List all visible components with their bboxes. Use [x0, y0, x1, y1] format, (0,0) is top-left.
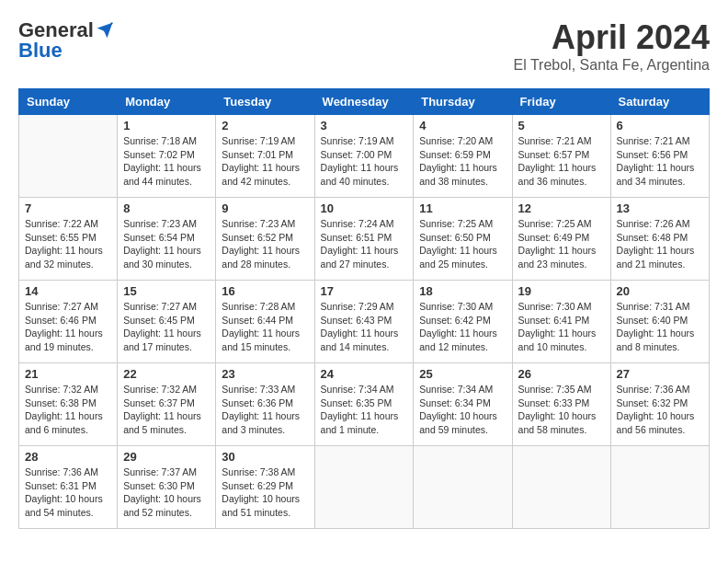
- calendar-cell: 10Sunrise: 7:24 AM Sunset: 6:51 PM Dayli…: [314, 198, 414, 281]
- day-info: Sunrise: 7:27 AM Sunset: 6:45 PM Dayligh…: [123, 300, 210, 354]
- calendar-cell: 13Sunrise: 7:26 AM Sunset: 6:48 PM Dayli…: [610, 198, 709, 281]
- day-number: 22: [123, 367, 210, 381]
- calendar-cell: 23Sunrise: 7:33 AM Sunset: 6:36 PM Dayli…: [216, 363, 314, 446]
- calendar-cell: 7Sunrise: 7:22 AM Sunset: 6:55 PM Daylig…: [19, 198, 118, 281]
- calendar-cell: 15Sunrise: 7:27 AM Sunset: 6:45 PM Dayli…: [118, 281, 216, 363]
- day-number: 26: [518, 367, 605, 381]
- location-text: El Trebol, Santa Fe, Argentina: [514, 57, 710, 74]
- calendar-cell: [512, 446, 610, 529]
- day-info: Sunrise: 7:27 AM Sunset: 6:46 PM Dayligh…: [25, 300, 111, 354]
- day-info: Sunrise: 7:19 AM Sunset: 7:01 PM Dayligh…: [222, 134, 308, 189]
- day-number: 6: [617, 119, 703, 132]
- day-number: 4: [419, 119, 506, 132]
- day-number: 9: [222, 201, 308, 215]
- day-info: Sunrise: 7:23 AM Sunset: 6:52 PM Dayligh…: [222, 217, 308, 271]
- day-info: Sunrise: 7:37 AM Sunset: 6:30 PM Dayligh…: [123, 465, 210, 520]
- calendar-cell: 11Sunrise: 7:25 AM Sunset: 6:50 PM Dayli…: [414, 198, 512, 281]
- calendar-cell: 22Sunrise: 7:32 AM Sunset: 6:37 PM Dayli…: [118, 363, 216, 446]
- day-info: Sunrise: 7:20 AM Sunset: 6:59 PM Dayligh…: [419, 134, 506, 189]
- calendar-cell: 9Sunrise: 7:23 AM Sunset: 6:52 PM Daylig…: [216, 198, 314, 281]
- calendar-cell: 3Sunrise: 7:19 AM Sunset: 7:00 PM Daylig…: [314, 115, 414, 198]
- calendar-header-saturday: Saturday: [610, 89, 709, 115]
- day-info: Sunrise: 7:32 AM Sunset: 6:37 PM Dayligh…: [123, 383, 210, 437]
- calendar-cell: 2Sunrise: 7:19 AM Sunset: 7:01 PM Daylig…: [216, 115, 314, 198]
- calendar-cell: 24Sunrise: 7:34 AM Sunset: 6:35 PM Dayli…: [314, 363, 414, 446]
- calendar-cell: 17Sunrise: 7:29 AM Sunset: 6:43 PM Dayli…: [314, 281, 414, 363]
- day-info: Sunrise: 7:21 AM Sunset: 6:57 PM Dayligh…: [518, 134, 605, 189]
- day-info: Sunrise: 7:30 AM Sunset: 6:42 PM Dayligh…: [419, 300, 506, 354]
- day-info: Sunrise: 7:18 AM Sunset: 7:02 PM Dayligh…: [123, 134, 210, 189]
- calendar-header-row: SundayMondayTuesdayWednesdayThursdayFrid…: [19, 89, 710, 115]
- day-info: Sunrise: 7:36 AM Sunset: 6:32 PM Dayligh…: [617, 383, 703, 437]
- calendar-cell: 19Sunrise: 7:30 AM Sunset: 6:41 PM Dayli…: [512, 281, 610, 363]
- day-info: Sunrise: 7:30 AM Sunset: 6:41 PM Dayligh…: [518, 300, 605, 354]
- day-number: 23: [222, 367, 308, 381]
- calendar-cell: 6Sunrise: 7:21 AM Sunset: 6:56 PM Daylig…: [610, 115, 709, 198]
- calendar-cell: 30Sunrise: 7:38 AM Sunset: 6:29 PM Dayli…: [216, 446, 314, 529]
- day-number: 30: [222, 450, 308, 464]
- calendar-header-tuesday: Tuesday: [216, 89, 314, 115]
- calendar-cell: 21Sunrise: 7:32 AM Sunset: 6:38 PM Dayli…: [19, 363, 118, 446]
- day-number: 3: [321, 119, 408, 132]
- calendar-cell: 1Sunrise: 7:18 AM Sunset: 7:02 PM Daylig…: [118, 115, 216, 198]
- calendar-cell: 4Sunrise: 7:20 AM Sunset: 6:59 PM Daylig…: [414, 115, 512, 198]
- calendar-cell: 18Sunrise: 7:30 AM Sunset: 6:42 PM Dayli…: [414, 281, 512, 363]
- logo: General Blue: [18, 18, 114, 63]
- calendar-header-wednesday: Wednesday: [314, 89, 414, 115]
- logo-bird-icon: [96, 21, 114, 40]
- day-number: 27: [617, 367, 703, 381]
- day-info: Sunrise: 7:29 AM Sunset: 6:43 PM Dayligh…: [321, 300, 408, 354]
- day-info: Sunrise: 7:38 AM Sunset: 6:29 PM Dayligh…: [222, 465, 308, 520]
- day-number: 29: [123, 450, 210, 464]
- calendar-cell: [314, 446, 414, 529]
- calendar-cell: [19, 115, 118, 198]
- day-info: Sunrise: 7:36 AM Sunset: 6:31 PM Dayligh…: [25, 465, 111, 520]
- day-info: Sunrise: 7:34 AM Sunset: 6:34 PM Dayligh…: [419, 383, 506, 437]
- calendar-header-sunday: Sunday: [19, 89, 118, 115]
- calendar-cell: 29Sunrise: 7:37 AM Sunset: 6:30 PM Dayli…: [118, 446, 216, 529]
- month-title: April 2024: [514, 18, 710, 57]
- calendar-cell: 16Sunrise: 7:28 AM Sunset: 6:44 PM Dayli…: [216, 281, 314, 363]
- day-info: Sunrise: 7:34 AM Sunset: 6:35 PM Dayligh…: [321, 383, 408, 437]
- day-number: 21: [25, 367, 111, 381]
- calendar-cell: 5Sunrise: 7:21 AM Sunset: 6:57 PM Daylig…: [512, 115, 610, 198]
- day-number: 13: [617, 201, 703, 215]
- day-info: Sunrise: 7:25 AM Sunset: 6:49 PM Dayligh…: [518, 217, 605, 271]
- day-number: 8: [123, 201, 210, 215]
- calendar-header-friday: Friday: [512, 89, 610, 115]
- day-number: 15: [123, 284, 210, 298]
- calendar-header-monday: Monday: [118, 89, 216, 115]
- calendar-week-row: 7Sunrise: 7:22 AM Sunset: 6:55 PM Daylig…: [19, 198, 710, 281]
- day-info: Sunrise: 7:25 AM Sunset: 6:50 PM Dayligh…: [419, 217, 506, 271]
- day-number: 25: [419, 367, 506, 381]
- day-number: 11: [419, 201, 506, 215]
- day-info: Sunrise: 7:21 AM Sunset: 6:56 PM Dayligh…: [617, 134, 703, 189]
- calendar-cell: [414, 446, 512, 529]
- day-number: 7: [25, 201, 111, 215]
- title-block: April 2024 El Trebol, Santa Fe, Argentin…: [514, 18, 710, 74]
- calendar-cell: 12Sunrise: 7:25 AM Sunset: 6:49 PM Dayli…: [512, 198, 610, 281]
- calendar-cell: 14Sunrise: 7:27 AM Sunset: 6:46 PM Dayli…: [19, 281, 118, 363]
- day-info: Sunrise: 7:22 AM Sunset: 6:55 PM Dayligh…: [25, 217, 111, 271]
- calendar-cell: 27Sunrise: 7:36 AM Sunset: 6:32 PM Dayli…: [610, 363, 709, 446]
- day-number: 16: [222, 284, 308, 298]
- day-info: Sunrise: 7:31 AM Sunset: 6:40 PM Dayligh…: [617, 300, 703, 354]
- calendar-week-row: 21Sunrise: 7:32 AM Sunset: 6:38 PM Dayli…: [19, 363, 710, 446]
- calendar-cell: [610, 446, 709, 529]
- calendar-week-row: 28Sunrise: 7:36 AM Sunset: 6:31 PM Dayli…: [19, 446, 710, 529]
- day-info: Sunrise: 7:23 AM Sunset: 6:54 PM Dayligh…: [123, 217, 210, 271]
- logo-blue-text: Blue: [18, 39, 63, 63]
- calendar-table: SundayMondayTuesdayWednesdayThursdayFrid…: [18, 88, 710, 529]
- day-info: Sunrise: 7:32 AM Sunset: 6:38 PM Dayligh…: [25, 383, 111, 437]
- day-number: 19: [518, 284, 605, 298]
- day-number: 1: [123, 119, 210, 132]
- day-number: 10: [321, 201, 408, 215]
- day-info: Sunrise: 7:24 AM Sunset: 6:51 PM Dayligh…: [321, 217, 408, 271]
- calendar-cell: 25Sunrise: 7:34 AM Sunset: 6:34 PM Dayli…: [414, 363, 512, 446]
- calendar-cell: 28Sunrise: 7:36 AM Sunset: 6:31 PM Dayli…: [19, 446, 118, 529]
- day-number: 5: [518, 119, 605, 132]
- day-number: 20: [617, 284, 703, 298]
- page-header: General Blue April 2024 El Trebol, Santa…: [18, 18, 710, 74]
- day-number: 12: [518, 201, 605, 215]
- day-info: Sunrise: 7:33 AM Sunset: 6:36 PM Dayligh…: [222, 383, 308, 437]
